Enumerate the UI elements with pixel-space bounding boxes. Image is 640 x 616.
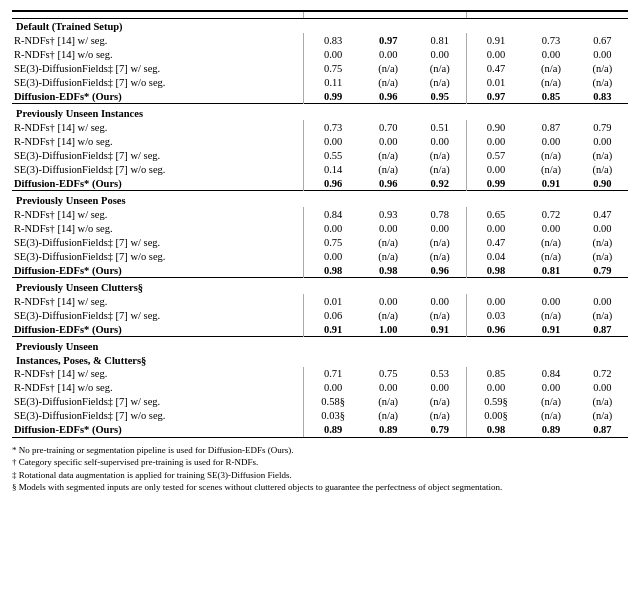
section-header-row: Previously Unseen Clutters§ [12, 278, 628, 295]
data-cell: 0.72 [525, 207, 576, 221]
data-cell: 0.78 [414, 207, 466, 221]
data-cell: 0.47 [466, 61, 525, 75]
data-cell: (n/a) [363, 148, 414, 162]
data-cell: 0.85 [466, 367, 525, 381]
data-cell: 0.89 [303, 423, 362, 438]
data-cell: (n/a) [414, 249, 466, 263]
data-cell: (n/a) [577, 148, 628, 162]
data-cell: 0.75 [363, 367, 414, 381]
data-cell: 0.00 [577, 221, 628, 235]
data-cell: 0.79 [577, 263, 628, 278]
data-cell: 0.99 [466, 176, 525, 191]
model-name: SE(3)-DiffusionFields‡ [7] w/ seg. [12, 61, 303, 75]
data-cell: 0.84 [303, 207, 362, 221]
table-row: R-NDFs† [14] w/o seg.0.000.000.000.000.0… [12, 134, 628, 148]
data-cell: 0.65 [466, 207, 525, 221]
data-cell: 1.00 [363, 322, 414, 337]
data-cell: (n/a) [525, 308, 576, 322]
data-cell: 0.58§ [303, 395, 362, 409]
table-row: R-NDFs† [14] w/o seg.0.000.000.000.000.0… [12, 221, 628, 235]
data-cell: 0.00 [466, 294, 525, 308]
table-row: R-NDFs† [14] w/o seg.0.000.000.000.000.0… [12, 47, 628, 61]
data-cell: 0.00 [525, 221, 576, 235]
data-cell: (n/a) [525, 75, 576, 89]
model-name: R-NDFs† [14] w/o seg. [12, 221, 303, 235]
data-cell: 0.81 [414, 33, 466, 47]
data-cell: (n/a) [414, 235, 466, 249]
data-cell: 0.96 [414, 263, 466, 278]
model-name: SE(3)-DiffusionFields‡ [7] w/o seg. [12, 75, 303, 89]
model-name: R-NDFs† [14] w/ seg. [12, 294, 303, 308]
data-cell: (n/a) [525, 162, 576, 176]
data-cell: 0.93 [363, 207, 414, 221]
table-row: R-NDFs† [14] w/ seg.0.840.930.780.650.72… [12, 207, 628, 221]
data-cell: 0.59§ [466, 395, 525, 409]
section-header-row: Previously Unseen [12, 337, 628, 354]
data-cell: (n/a) [363, 308, 414, 322]
data-cell: 0.51 [414, 120, 466, 134]
data-cell: 0.91 [525, 176, 576, 191]
data-cell: 0.73 [303, 120, 362, 134]
table-row: SE(3)-DiffusionFields‡ [7] w/o seg.0.03§… [12, 409, 628, 423]
model-name: SE(3)-DiffusionFields‡ [7] w/ seg. [12, 148, 303, 162]
data-cell: 0.00 [363, 47, 414, 61]
data-cell: (n/a) [577, 162, 628, 176]
data-cell: 0.89 [525, 423, 576, 438]
data-cell: 0.96 [363, 176, 414, 191]
data-cell: (n/a) [577, 308, 628, 322]
model-name: Diffusion-EDFs* (Ours) [12, 322, 303, 337]
data-cell: (n/a) [577, 249, 628, 263]
table-row: R-NDFs† [14] w/ seg.0.730.700.510.900.87… [12, 120, 628, 134]
data-cell: 0.96 [303, 176, 362, 191]
data-cell: 0.00 [577, 47, 628, 61]
model-name: SE(3)-DiffusionFields‡ [7] w/o seg. [12, 249, 303, 263]
data-cell: 0.73 [525, 33, 576, 47]
section-header-row: Previously Unseen Instances [12, 104, 628, 121]
data-cell: 0.90 [466, 120, 525, 134]
data-cell: 0.99 [303, 89, 362, 104]
table-row: SE(3)-DiffusionFields‡ [7] w/o seg.0.14(… [12, 162, 628, 176]
data-cell: 0.03§ [303, 409, 362, 423]
data-cell: 0.04 [466, 249, 525, 263]
model-name: R-NDFs† [14] w/ seg. [12, 120, 303, 134]
data-cell: 0.00 [414, 47, 466, 61]
data-cell: 0.85 [525, 89, 576, 104]
data-cell: 0.00 [525, 134, 576, 148]
model-name: R-NDFs† [14] w/o seg. [12, 381, 303, 395]
data-cell: 0.00 [363, 134, 414, 148]
data-cell: (n/a) [414, 75, 466, 89]
data-cell: 0.95 [414, 89, 466, 104]
data-cell: 0.98 [466, 423, 525, 438]
data-cell: 0.98 [466, 263, 525, 278]
data-cell: 0.71 [303, 367, 362, 381]
data-cell: (n/a) [577, 235, 628, 249]
data-cell: 0.01 [466, 75, 525, 89]
section-title: Default (Trained Setup) [12, 19, 628, 34]
section-title: Previously Unseen Clutters§ [12, 278, 628, 295]
data-cell: 0.91 [525, 322, 576, 337]
data-cell: 0.00 [466, 381, 525, 395]
data-cell: 0.81 [525, 263, 576, 278]
model-name: SE(3)-DiffusionFields‡ [7] w/o seg. [12, 409, 303, 423]
data-cell: (n/a) [525, 409, 576, 423]
model-name: Diffusion-EDFs* (Ours) [12, 423, 303, 438]
data-cell: 0.91 [414, 322, 466, 337]
data-cell: 0.00 [303, 381, 362, 395]
data-cell: 0.79 [414, 423, 466, 438]
model-name: SE(3)-DiffusionFields‡ [7] w/o seg. [12, 162, 303, 176]
data-cell: (n/a) [414, 148, 466, 162]
data-cell: 0.97 [363, 33, 414, 47]
data-cell: 0.14 [303, 162, 362, 176]
footnote: § Models with segmented inputs are only … [12, 481, 628, 494]
data-cell: 0.00 [577, 381, 628, 395]
data-cell: 0.01 [303, 294, 362, 308]
data-cell: 0.79 [577, 120, 628, 134]
model-name: Diffusion-EDFs* (Ours) [12, 263, 303, 278]
data-cell: 0.83 [303, 33, 362, 47]
data-cell: 0.00 [363, 221, 414, 235]
data-cell: 0.03 [466, 308, 525, 322]
data-cell: (n/a) [525, 235, 576, 249]
data-cell: (n/a) [414, 61, 466, 75]
data-cell: 0.96 [363, 89, 414, 104]
data-cell: 0.97 [466, 89, 525, 104]
